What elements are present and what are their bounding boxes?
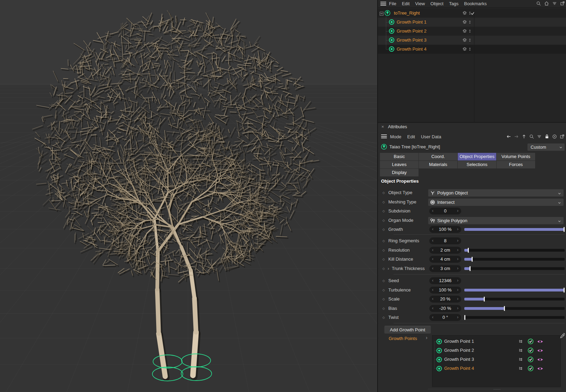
layers-icon[interactable] [462,29,467,34]
viewport-3d[interactable] [0,0,377,392]
menu-item-edit[interactable]: Edit [402,1,409,6]
menu-item-view[interactable]: View [415,1,425,6]
menu-item-tags[interactable]: Tags [449,1,458,6]
menu-item-mode[interactable]: Mode [390,134,402,139]
popout-icon[interactable] [560,134,565,139]
lock-icon[interactable] [544,134,549,139]
menu-item-object[interactable]: Object [430,1,443,6]
enabled-check-icon[interactable] [527,365,534,372]
growth-spinner[interactable]: ‹ 100 % › [429,226,461,233]
trunk-thickness-spinner[interactable]: ‹ 3 cm › [429,265,461,272]
ring-segments-spinner[interactable]: ‹ 8 › [429,237,461,244]
panel-resize-handle[interactable]: ∙∙∙∙∙∙ [428,389,561,389]
turbulence-slider[interactable] [464,289,565,291]
bias-spinner[interactable]: ‹ -20 % › [429,305,461,312]
trunk-thickness-slider[interactable] [464,267,565,270]
menu-item-edit[interactable]: Edit [407,134,415,139]
growth-points-expander-icon[interactable]: › [426,335,428,340]
search-icon[interactable] [536,1,541,6]
dots-icon[interactable] [467,47,472,52]
tab-forces[interactable]: Forces [497,161,535,168]
dots-icon[interactable] [467,29,472,34]
seed-spinner[interactable]: ‹ 12346 › [429,277,461,284]
spinner-increment-icon[interactable]: › [457,237,458,244]
tab-selections[interactable]: Selections [458,161,496,168]
scale-spinner[interactable]: ‹ 20 % › [429,296,461,303]
subdvision-spinner[interactable]: ‹ 0 › [429,208,461,215]
spinner-increment-icon[interactable]: › [457,277,458,284]
spinner-increment-icon[interactable]: › [457,314,458,321]
object-row-growth-point-3[interactable]: Growth Point 3 [378,36,566,45]
dots-icon[interactable] [467,20,472,25]
close-icon[interactable]: × [381,123,384,131]
spinner-increment-icon[interactable]: › [457,208,458,214]
spinner-increment-icon[interactable]: › [457,226,458,233]
spinner-increment-icon[interactable]: › [457,305,458,312]
visibility-eye-icon[interactable] [537,348,543,353]
menu-item-bookmarks[interactable]: Bookmarks [464,1,487,6]
home-icon[interactable] [544,1,549,6]
filter-icon[interactable] [537,134,542,139]
kill-distance-slider[interactable] [464,258,565,261]
spinner-increment-icon[interactable]: › [457,247,458,253]
arrow-left-icon[interactable] [506,134,511,139]
hierarchy-icon[interactable] [518,357,523,362]
organ-mode-dropdown[interactable]: Single Polygon [428,217,564,224]
tab-object-properties[interactable]: Object Properties [458,153,496,160]
twist-slider[interactable] [464,316,565,319]
spinner-increment-icon[interactable]: › [457,296,458,302]
preset-dropdown[interactable]: Custom [527,143,565,151]
eyedropper-icon[interactable] [560,333,565,339]
menu-item-user-data[interactable]: User Data [421,134,441,139]
object-row-growth-point-4[interactable]: Growth Point 4 [378,45,566,54]
resolution-spinner[interactable]: ‹ 2 cm › [429,247,461,254]
layers-icon[interactable] [462,38,467,43]
arrow-up-icon[interactable] [522,134,526,139]
object-row-growth-point-1[interactable]: Growth Point 1 [378,18,566,27]
tab-display[interactable]: Display [380,169,419,176]
object-row-growth-point-2[interactable]: Growth Point 2 [378,27,566,36]
visibility-eye-icon[interactable] [537,357,543,362]
collapse-expander-icon[interactable] [380,12,383,16]
twist-spinner[interactable]: ‹ 0 ° › [429,314,461,321]
hamburger-menu-icon[interactable] [381,134,387,139]
tab-coord[interactable]: Coord. [419,153,457,160]
hamburger-menu-icon[interactable] [380,2,386,6]
tab-basic[interactable]: Basic [380,153,419,160]
enabled-check-icon[interactable] [527,356,534,363]
spinner-increment-icon[interactable]: › [457,287,458,293]
resolution-slider[interactable] [464,249,565,252]
enabled-check-icon[interactable] [527,338,534,345]
param-expander-icon[interactable]: › [388,264,389,273]
filter-icon[interactable] [552,1,557,6]
bias-slider[interactable] [464,307,565,310]
layers-icon[interactable] [462,11,467,16]
object-row-totree-right[interactable]: toTree_Right [378,9,566,18]
menu-item-file[interactable]: File [389,1,396,6]
scale-slider[interactable] [464,298,565,300]
tab-leaves[interactable]: Leaves [380,161,419,168]
growth-point-list-row-4[interactable]: Growth Point 4 [432,364,560,373]
visibility-eye-icon[interactable] [537,339,543,344]
target-icon[interactable] [552,134,557,139]
popout-icon[interactable] [560,1,565,6]
growth-slider[interactable] [464,228,565,231]
search-icon[interactable] [529,134,534,139]
meshing-type-dropdown[interactable]: Intersect [428,199,564,206]
hierarchy-icon[interactable] [518,348,523,353]
tab-materials[interactable]: Materials [419,161,457,168]
eyedropper-icon[interactable] [560,333,565,338]
add-growth-point-button[interactable]: Add Growth Point [384,326,431,334]
layers-icon[interactable] [462,20,467,25]
growth-point-list-row-1[interactable]: Growth Point 1 [432,337,560,346]
tab-volume-points[interactable]: Volume Points [497,153,535,160]
dots-icon[interactable] [467,38,472,43]
spinner-increment-icon[interactable]: › [457,256,458,262]
growth-point-list-row-3[interactable]: Growth Point 3 [432,355,560,364]
growth-point-list-row-2[interactable]: Growth Point 2 [432,346,560,355]
hierarchy-icon[interactable] [518,366,523,371]
arrow-right-icon[interactable] [514,134,519,139]
spinner-increment-icon[interactable]: › [457,265,458,272]
kill-distance-spinner[interactable]: ‹ 4 cm › [429,256,461,263]
hierarchy-icon[interactable] [518,339,523,344]
